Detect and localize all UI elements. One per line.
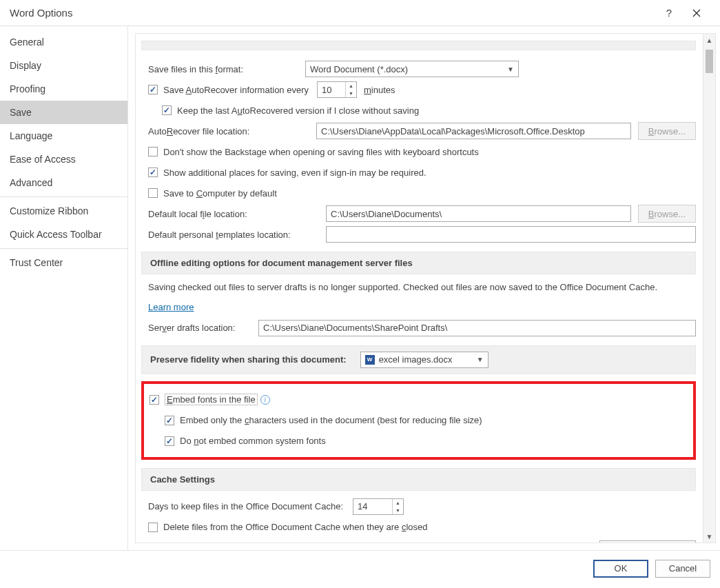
cache-note: Delete files in the cache that have been… xyxy=(148,540,586,543)
server-drafts-input[interactable]: C:\Users\Diane\Documents\SharePoint Draf… xyxy=(258,320,696,336)
autorecover-location-label: AutoRecover file location: xyxy=(148,126,316,136)
chevron-up-icon[interactable]: ▲ xyxy=(393,499,403,507)
close-button[interactable] xyxy=(683,1,710,26)
save-format-select[interactable]: Word Document (*.docx) ▼ xyxy=(305,61,519,77)
keep-last-checkbox[interactable] xyxy=(162,105,172,115)
sidebar-item-language[interactable]: Language xyxy=(0,124,127,148)
autorecover-minutes-spinner[interactable]: 10 ▲▼ xyxy=(317,81,357,98)
chevron-down-icon[interactable]: ▼ xyxy=(393,507,403,514)
options-content: Save files in this format: Word Document… xyxy=(135,33,716,543)
embed-only-label: Embed only the characters used in the do… xyxy=(180,415,482,425)
sidebar-item-qat[interactable]: Quick Access Toolbar xyxy=(0,223,127,246)
ok-button[interactable]: OK xyxy=(593,560,648,578)
no-backstage-checkbox[interactable] xyxy=(148,147,158,156)
fidelity-header-label: Preserve fidelity when sharing this docu… xyxy=(150,354,347,365)
autorecover-checkbox[interactable] xyxy=(148,85,158,94)
offline-desc: Saving checked out files to server draft… xyxy=(148,281,696,294)
show-additional-label: Show additional places for saving, even … xyxy=(163,168,426,178)
default-local-input[interactable]: C:\Users\Diane\Documents\ xyxy=(326,205,631,222)
default-templates-input[interactable] xyxy=(326,226,696,243)
fidelity-document-value: excel images.docx xyxy=(379,354,453,365)
sidebar-item-display[interactable]: Display xyxy=(0,54,127,77)
autorecover-label: Save AutoRecover information every xyxy=(163,85,309,95)
sidebar-item-ease[interactable]: Ease of Access xyxy=(0,148,127,171)
autorecover-minutes-value: 10 xyxy=(318,82,345,97)
save-computer-label: Save to Computer by default xyxy=(163,188,277,199)
save-computer-checkbox[interactable] xyxy=(148,188,158,198)
sidebar-item-advanced[interactable]: Advanced xyxy=(0,171,127,194)
autorecover-location-input[interactable]: C:\Users\Diane\AppData\Local\Packages\Mi… xyxy=(316,123,631,139)
embed-only-checkbox[interactable] xyxy=(165,416,174,425)
browse-autorecover-button[interactable]: BBrowse...rowse... xyxy=(638,122,696,140)
fidelity-section-header: Preserve fidelity when sharing this docu… xyxy=(141,345,696,374)
show-additional-checkbox[interactable] xyxy=(148,168,158,177)
save-format-value: Word Document (*.docx) xyxy=(310,64,408,74)
sidebar-item-trust[interactable]: Trust Center xyxy=(0,251,127,274)
no-backstage-label: Don't show the Backstage when opening or… xyxy=(163,147,479,157)
dialog-footer: OK Cancel xyxy=(0,550,720,586)
scroll-down-icon[interactable]: ▼ xyxy=(703,530,715,543)
vertical-scrollbar[interactable]: ▲ ▼ xyxy=(703,34,715,543)
embed-fonts-label: Embed fonts in the file xyxy=(165,394,258,405)
not-common-label: Do not embed common system fonts xyxy=(180,436,326,446)
delete-closed-checkbox[interactable] xyxy=(148,523,158,532)
cancel-button[interactable]: Cancel xyxy=(655,560,710,578)
highlighted-embed-section: Embed fonts in the file i Embed only the… xyxy=(141,381,696,460)
keep-last-label: Keep the last AutoRecovered version if I… xyxy=(177,105,419,116)
sidebar-item-proofing[interactable]: Proofing xyxy=(0,77,127,101)
section-header-cutoff xyxy=(141,41,696,50)
delete-closed-label: Delete files from the Office Document Ca… xyxy=(163,522,427,532)
not-common-checkbox[interactable] xyxy=(165,436,174,446)
sidebar-divider xyxy=(0,248,127,249)
minutes-label: minutes xyxy=(364,85,395,95)
sidebar-item-save[interactable]: Save xyxy=(0,101,127,124)
help-button[interactable]: ? xyxy=(655,1,683,26)
dialog-title: Word Options xyxy=(10,7,72,19)
delete-cached-files-button[interactable]: Delete cached files xyxy=(599,540,696,543)
scroll-thumb[interactable] xyxy=(706,50,713,73)
cache-days-spinner[interactable]: 14 ▲▼ xyxy=(353,498,404,515)
chevron-down-icon: ▼ xyxy=(502,65,514,73)
scroll-track[interactable] xyxy=(703,46,715,530)
cache-section-header: Cache Settings xyxy=(141,468,696,491)
default-local-label: Default local file location: xyxy=(148,209,326,219)
default-templates-label: Default personal templates location: xyxy=(148,230,326,240)
scroll-up-icon[interactable]: ▲ xyxy=(703,34,715,46)
save-format-label: Save files in this format: xyxy=(148,64,243,74)
title-bar: Word Options ? xyxy=(0,0,720,26)
cache-days-value: 14 xyxy=(353,499,392,514)
fidelity-document-select[interactable]: W excel images.docx ▼ xyxy=(360,352,488,368)
learn-more-link[interactable]: Learn more xyxy=(148,302,194,312)
sidebar-item-ribbon[interactable]: Customize Ribbon xyxy=(0,199,127,223)
cache-days-label: Days to keep files in the Office Documen… xyxy=(148,501,343,511)
word-doc-icon: W xyxy=(365,355,375,365)
offline-section-header: Offline editing options for document man… xyxy=(141,252,696,274)
category-sidebar: General Display Proofing Save Language E… xyxy=(0,26,128,550)
chevron-up-icon[interactable]: ▲ xyxy=(346,82,356,90)
sidebar-divider xyxy=(0,196,127,197)
chevron-down-icon[interactable]: ▼ xyxy=(346,90,356,97)
sidebar-item-general[interactable]: General xyxy=(0,30,127,54)
server-drafts-label: Server drafts location: xyxy=(148,323,258,333)
embed-fonts-checkbox[interactable] xyxy=(150,395,159,405)
chevron-down-icon: ▼ xyxy=(471,356,484,363)
browse-default-local-button[interactable]: Browse... xyxy=(638,205,696,223)
info-icon[interactable]: i xyxy=(260,395,270,405)
close-icon xyxy=(692,9,701,17)
